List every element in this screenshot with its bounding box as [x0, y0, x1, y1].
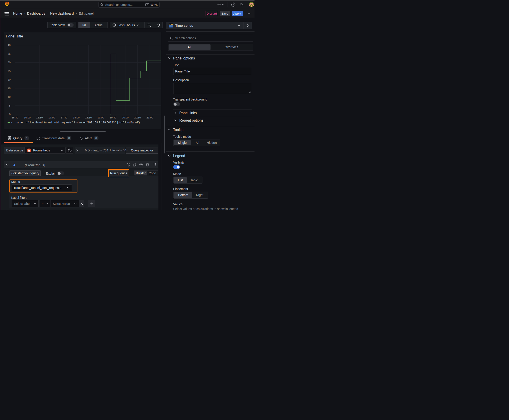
svg-text:{__name__="cloudflared_tunnel_: {__name__="cloudflared_tunnel_total_requ…	[11, 121, 140, 124]
